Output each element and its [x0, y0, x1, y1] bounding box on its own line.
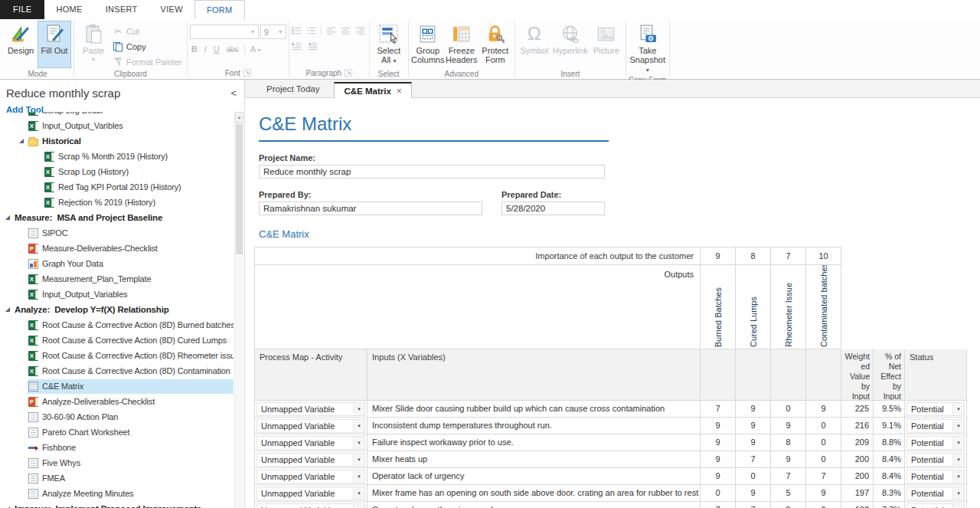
rating-cell[interactable]: 8: [771, 434, 806, 451]
importance-value-cell[interactable]: 9: [701, 247, 736, 265]
rating-cell[interactable]: 9: [736, 485, 771, 502]
tree-expand-arrow[interactable]: [5, 307, 10, 312]
protect-form-button[interactable]: Protect Form: [479, 21, 512, 68]
tab-ce-matrix[interactable]: C&E Matrix ×: [334, 82, 411, 98]
tree-scrollbar-thumb[interactable]: [236, 124, 243, 254]
output-column-header[interactable]: Cured Lumps: [736, 265, 771, 349]
select-all-button[interactable]: SelectAll ▾: [372, 21, 406, 68]
input-variable-cell[interactable]: Failure inspect workaway prior to use.: [368, 434, 701, 451]
rating-cell[interactable]: 7: [771, 468, 806, 485]
prepared-date-field[interactable]: 5/28/2020: [501, 202, 605, 215]
tree-item[interactable]: Measure: MSA and Project Baseline: [0, 210, 234, 225]
tree-item[interactable]: Input_Output_Varibles: [0, 118, 234, 133]
rating-cell[interactable]: 9: [701, 468, 736, 485]
tree-item[interactable]: Root Cause & Corrective Action (8D) Cure…: [0, 333, 234, 348]
project-name-field[interactable]: Reduce monthly scrap: [259, 165, 605, 179]
take-snapshot-button[interactable]: TakeSnapshot ▾: [629, 21, 667, 76]
status-dropdown[interactable]: Potential▾: [906, 419, 965, 433]
output-column-header[interactable]: Burned Batches: [701, 265, 736, 349]
tree-item[interactable]: Improve: Implement Proposed Improvements: [0, 501, 234, 508]
activity-dropdown[interactable]: Unmapped Variable▾: [256, 436, 365, 450]
output-column-header[interactable]: Rheometer Issue: [771, 265, 806, 349]
rating-cell[interactable]: 7: [701, 401, 736, 418]
tree-item[interactable]: Root Cause & Corrective Action (8D) Burn…: [0, 317, 234, 333]
prepared-by-field[interactable]: Ramakrishnan sukumar: [259, 202, 482, 215]
activity-dropdown[interactable]: Unmapped Variable▾: [256, 503, 365, 508]
chevron-down-icon[interactable]: ▾: [952, 437, 964, 449]
status-dropdown[interactable]: Potential▾: [906, 503, 965, 508]
chevron-down-icon[interactable]: ▾: [353, 470, 364, 483]
rating-cell[interactable]: 7: [806, 468, 841, 485]
tree-expand-arrow[interactable]: [5, 215, 10, 220]
tree-item[interactable]: Root Cause & Corrective Action (8D) Rheo…: [0, 348, 234, 363]
chevron-down-icon[interactable]: ▾: [353, 420, 364, 432]
tab-project-today[interactable]: Project Today: [252, 81, 334, 97]
status-dropdown[interactable]: Potential▾: [906, 487, 965, 500]
tree-item[interactable]: Historical: [0, 133, 234, 149]
rating-cell[interactable]: 0: [736, 468, 771, 485]
tree-item[interactable]: Input_Output_Variables: [0, 287, 234, 302]
activity-dropdown[interactable]: Unmapped Variable▾: [256, 419, 365, 433]
rating-cell[interactable]: 0: [701, 485, 736, 502]
rating-cell[interactable]: 9: [806, 485, 841, 502]
chevron-down-icon[interactable]: ▾: [353, 437, 364, 449]
chevron-down-icon[interactable]: ▾: [353, 504, 364, 508]
tree-item[interactable]: Rejection % 2019 (History): [0, 195, 234, 210]
tree-scrollbar[interactable]: ▲: [234, 112, 243, 508]
tree-item[interactable]: 30-60-90 Action Plan: [0, 409, 234, 424]
tree-item[interactable]: Pareto Chart Worksheet: [0, 424, 234, 440]
rating-cell[interactable]: 0: [806, 418, 841, 434]
status-dropdown[interactable]: Potential▾: [906, 470, 965, 483]
rating-cell[interactable]: 9: [806, 401, 841, 418]
rating-cell[interactable]: 9: [736, 418, 771, 434]
input-variable-cell[interactable]: Operator lack of urgency: [368, 468, 701, 485]
tree-item[interactable]: Red Tag KPI Portal 2019 (History): [0, 179, 234, 195]
rating-cell[interactable]: 0: [806, 434, 841, 451]
chevron-down-icon[interactable]: ▾: [952, 420, 964, 432]
importance-value-cell[interactable]: 10: [806, 247, 841, 265]
close-icon[interactable]: ×: [397, 87, 402, 96]
rating-cell[interactable]: 0: [806, 502, 841, 508]
input-variable-cell[interactable]: Mixer Slide door causing rubber build up…: [368, 401, 701, 418]
input-variable-cell[interactable]: Inconsistent dump temperatures throughou…: [368, 418, 701, 434]
chevron-down-icon[interactable]: ▾: [353, 403, 364, 415]
rating-cell[interactable]: 9: [701, 434, 736, 451]
rating-cell[interactable]: 7: [736, 502, 771, 508]
tree-item[interactable]: FMEA: [0, 470, 234, 486]
ribbon-tab-file[interactable]: FILE: [0, 0, 44, 19]
tree-expand-arrow[interactable]: [19, 139, 24, 143]
activity-dropdown[interactable]: Unmapped Variable▾: [256, 470, 365, 483]
rating-cell[interactable]: 0: [806, 451, 841, 468]
rating-cell[interactable]: 9: [771, 451, 806, 468]
freeze-headers-button[interactable]: Freeze Headers: [445, 21, 479, 68]
rating-cell[interactable]: 7: [701, 502, 736, 508]
input-variable-cell[interactable]: Operator change the mix procedure.: [368, 502, 701, 508]
status-dropdown[interactable]: Potential▾: [906, 436, 965, 450]
chevron-down-icon[interactable]: ▾: [353, 487, 364, 500]
status-dropdown[interactable]: Potential▾: [906, 402, 965, 416]
rating-cell[interactable]: 7: [736, 451, 771, 468]
ribbon-tab-form[interactable]: FORM: [194, 0, 245, 19]
output-column-header[interactable]: Contaminated batches: [806, 265, 841, 349]
copy-button[interactable]: Copy: [110, 40, 185, 53]
tree-item[interactable]: Scrap Log Detail: [0, 112, 234, 118]
tree-item[interactable]: SIPOC: [0, 225, 234, 241]
scroll-up-icon[interactable]: ▲: [235, 112, 243, 123]
rating-cell[interactable]: 9: [771, 502, 806, 508]
activity-dropdown[interactable]: Unmapped Variable▾: [256, 402, 365, 416]
ribbon-tab-insert[interactable]: INSERT: [94, 0, 149, 19]
importance-value-cell[interactable]: 7: [771, 247, 806, 265]
chevron-down-icon[interactable]: ▾: [952, 504, 964, 508]
tree-item[interactable]: Analyze Meeting Minutes: [0, 486, 234, 501]
rating-cell[interactable]: 9: [736, 434, 771, 451]
rating-cell[interactable]: 9: [701, 451, 736, 468]
rating-cell[interactable]: 5: [771, 485, 806, 502]
rating-cell[interactable]: 9: [736, 401, 771, 418]
status-dropdown[interactable]: Potential▾: [906, 453, 965, 467]
activity-dropdown[interactable]: Unmapped Variable▾: [256, 487, 365, 500]
chevron-down-icon[interactable]: ▾: [952, 470, 964, 483]
tree-item[interactable]: Fishbone: [0, 440, 234, 455]
ribbon-tab-home[interactable]: HOME: [44, 0, 93, 19]
importance-value-cell[interactable]: 8: [736, 247, 771, 265]
tree-item[interactable]: Scrap % Month 2019 (History): [0, 149, 234, 164]
